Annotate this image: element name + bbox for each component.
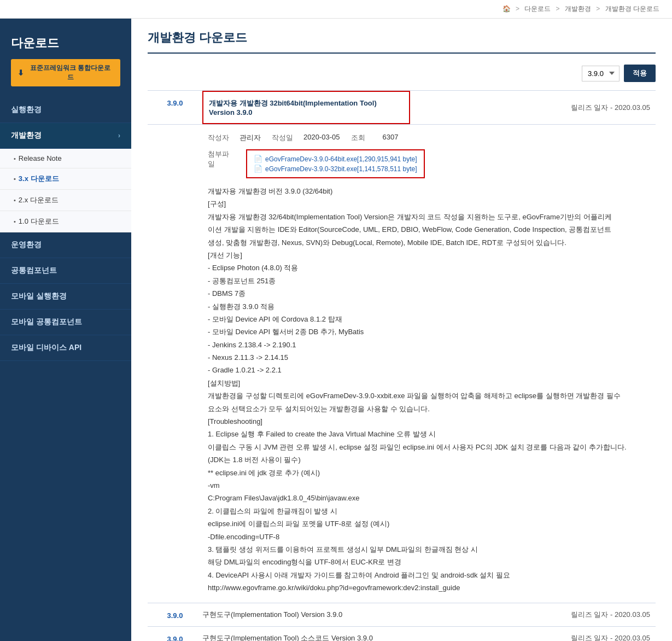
- detail-description: 개발자용 개발환경 버전 3.9.0 (32/64bit) [구성] 개발자용 …: [208, 185, 656, 595]
- sidebar: 다운로드 ⬇ 표준프레임워크 통합다운로드 실행환경 개발환경 ›: [0, 19, 131, 641]
- date-group: 작성일 2020-03-05: [272, 133, 340, 143]
- breadcrumb-link2[interactable]: 개발환경: [565, 5, 591, 13]
- page-wrapper: 🏠 > 다운로드 > 개발환경 > 개발환경 다운로드 다운로드 ⬇ 표준프레임…: [0, 0, 672, 641]
- breadcrumb: 🏠 > 다운로드 > 개발환경 > 개발환경 다운로드: [0, 0, 672, 19]
- sidebar-item-dev[interactable]: 개발환경 ›: [0, 123, 131, 149]
- author-group: 작성자 관리자: [208, 133, 261, 143]
- detail-cell: 작성자 관리자 작성일 2020-03-05 조회: [148, 125, 656, 603]
- bullet-icon: •: [14, 155, 16, 162]
- sidebar-item-mobile-device[interactable]: 모바일 디바이스 API: [0, 335, 131, 361]
- page-title: 개발환경 다운로드: [148, 30, 656, 54]
- file-link-64bit[interactable]: 📄 eGovFrameDev-3.9.0-64bit.exe[1,290,915…: [254, 155, 417, 163]
- table-row-detail: 작성자 관리자 작성일 2020-03-05 조회: [148, 125, 656, 603]
- files-box: 📄 eGovFrameDev-3.9.0-64bit.exe[1,290,915…: [246, 149, 425, 178]
- integrated-download-button[interactable]: ⬇ 표준프레임워크 통합다운로드: [11, 59, 120, 86]
- attach-group: 첨부파일 📄 eGovFrameDev-3.9.0-64bit.exe[1,29…: [208, 149, 656, 178]
- breadcrumb-current: 개발환경 다운로드: [605, 5, 659, 13]
- detail-section: 작성자 관리자 작성일 2020-03-05 조회: [148, 125, 656, 603]
- sidebar-item-operation[interactable]: 운영환경: [0, 232, 131, 258]
- sidebar-item-mobile-runtime[interactable]: 모바일 실행환경: [0, 284, 131, 310]
- table-row-main: 3.9.0 개발자용 개발환경 32bit64bit(Implementatio…: [148, 91, 656, 125]
- sidebar-item-release-note[interactable]: • Release Note: [0, 149, 131, 168]
- bullet-icon: •: [14, 197, 16, 203]
- breadcrumb-link1[interactable]: 다운로드: [524, 5, 551, 13]
- sidebar-item-2x-download[interactable]: • 2.x 다운로드: [0, 190, 131, 211]
- content-area: 개발환경 다운로드 3.9.0 3.8.0 3.7.0 3.6.0 3.5.0 …: [131, 19, 672, 641]
- bullet-icon: •: [14, 218, 16, 225]
- release-date-0: 릴리즈 일자 - 2020.03.05: [410, 603, 656, 626]
- sidebar-menu: 실행환경 개발환경 › • Release Note • 3.x 다운로: [0, 97, 131, 361]
- views-group: 조회 6307: [351, 133, 399, 143]
- download-table: 3.9.0 개발자용 개발환경 32bit64bit(Implementatio…: [148, 90, 656, 641]
- bullet-icon: •: [14, 176, 16, 182]
- file-icon-64: 📄: [254, 155, 262, 163]
- attach-label: 첨부파일: [208, 149, 235, 169]
- version-bar: 3.9.0 3.8.0 3.7.0 3.6.0 3.5.0 적용: [148, 65, 656, 82]
- table-row-1: 3.9.0 구현도구(Implementation Tool) 소스코드 Ver…: [148, 626, 656, 641]
- sidebar-item-runtime[interactable]: 실행환경: [0, 97, 131, 123]
- sidebar-item-1x-download[interactable]: • 1.0 다운로드: [0, 211, 131, 232]
- sidebar-item-3x-download[interactable]: • 3.x 다운로드: [0, 168, 131, 190]
- version-cell: 3.9.0: [148, 91, 202, 125]
- breadcrumb-home[interactable]: 🏠: [502, 5, 511, 13]
- version-cell-0: 3.9.0: [148, 603, 202, 626]
- release-date-cell: 릴리즈 일자 - 2020.03.05: [410, 91, 656, 125]
- created-value: 2020-03-05: [303, 133, 340, 141]
- views-label: 조회: [351, 133, 378, 143]
- main-item-link[interactable]: 개발자용 개발환경 32bit64bit(Implementation Tool…: [202, 91, 410, 124]
- file-link-32bit[interactable]: 📄 eGovFrameDev-3.9.0-32bit.exe[1,141,578…: [254, 165, 417, 173]
- table-row-0: 3.9.0 구현도구(Implementation Tool) Version …: [148, 603, 656, 626]
- main-layout: 다운로드 ⬇ 표준프레임워크 통합다운로드 실행환경 개발환경 ›: [0, 19, 672, 641]
- sidebar-item-components[interactable]: 공통컴포넌트: [0, 258, 131, 284]
- created-label: 작성일: [272, 133, 299, 143]
- sidebar-header: 다운로드 ⬇ 표준프레임워크 통합다운로드: [0, 19, 131, 97]
- version-select[interactable]: 3.9.0 3.8.0 3.7.0 3.6.0 3.5.0: [582, 66, 620, 81]
- sidebar-item-mobile-components[interactable]: 모바일 공통컴포넌트: [0, 310, 131, 335]
- sidebar-title: 다운로드: [11, 35, 120, 51]
- author-label: 작성자: [208, 133, 235, 143]
- chevron-right-icon: ›: [118, 132, 120, 139]
- views-value: 6307: [383, 133, 399, 141]
- title-cell: 개발자용 개발환경 32bit64bit(Implementation Tool…: [202, 91, 410, 125]
- file-icon-32: 📄: [254, 165, 262, 173]
- download-icon: ⬇: [17, 68, 24, 77]
- other-title-1[interactable]: 구현도구(Implementation Tool) 소스코드 Version 3…: [202, 626, 410, 641]
- sidebar-submenu-dev: • Release Note • 3.x 다운로드 • 2.x 다운로드 • 1…: [0, 149, 131, 232]
- author-value: 관리자: [239, 133, 261, 143]
- release-date-1: 릴리즈 일자 - 2020.03.05: [410, 626, 656, 641]
- other-title-0[interactable]: 구현도구(Implementation Tool) Version 3.9.0: [202, 603, 410, 626]
- detail-meta: 작성자 관리자 작성일 2020-03-05 조회: [208, 133, 656, 143]
- version-cell-1: 3.9.0: [148, 626, 202, 641]
- apply-button[interactable]: 적용: [624, 65, 656, 82]
